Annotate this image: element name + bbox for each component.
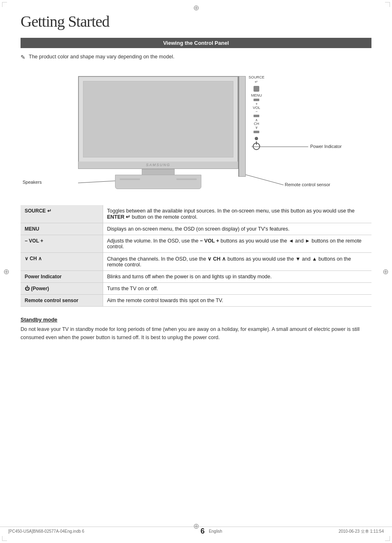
feature-name-2: − VOL + <box>21 235 103 253</box>
feature-desc-3: Changes the channels. In the OSD, use th… <box>103 253 371 271</box>
svg-line-1 <box>246 175 284 185</box>
samsung-logo: SAMSUNG <box>146 163 171 167</box>
diagram-area: SAMSUNG SOURCE↵ MENU +VOL− ∧CH∨ <box>21 68 371 195</box>
note-text: The product color and shape may vary dep… <box>29 54 174 60</box>
ctrl-vol-label: +VOL− <box>253 102 260 113</box>
page-number: 6 <box>201 527 205 536</box>
table-row: − VOL + Adjusts the volume. In the OSD, … <box>21 235 371 253</box>
feature-name-0: SOURCE ↵ <box>21 205 103 223</box>
standby-text: Do not leave your TV in standby mode for… <box>21 325 371 342</box>
power-indicator-label: Power Indicator <box>310 144 341 149</box>
ctrl-power-dot <box>255 137 258 140</box>
tv-bezel-bottom: SAMSUNG <box>78 162 238 169</box>
page-title: Getting Started <box>21 12 371 30</box>
table-row: Power Indicator Blinks and turns off whe… <box>21 271 371 283</box>
feature-desc-6: Aim the remote control towards this spot… <box>103 295 371 307</box>
language-label: English <box>209 529 222 534</box>
ctrl-menu-label: MENU <box>251 93 262 97</box>
feature-table: SOURCE ↵ Toggles between all the availab… <box>21 205 371 307</box>
section-header: Viewing the Control Panel <box>21 38 371 48</box>
svg-line-2 <box>78 181 115 183</box>
page-num-area: 6 English <box>201 527 222 536</box>
feature-desc-1: Displays an on-screen menu, the OSD (on … <box>103 223 371 235</box>
ctrl-vol-btn <box>254 115 259 117</box>
feature-name-1: MENU <box>21 223 103 235</box>
note-icon: ✎ <box>21 54 25 60</box>
ctrl-ch-btn <box>254 131 259 133</box>
table-row: SOURCE ↵ Toggles between all the availab… <box>21 205 371 223</box>
feature-name-5: ⏻ (Power) <box>21 283 103 295</box>
ctrl-ch-label: ∧CH∨ <box>254 118 259 129</box>
feature-name-4: Power Indicator <box>21 271 103 283</box>
tv-screen-outer <box>78 76 238 162</box>
footer-left: [PC450-USA]BN68-02577A-04Eng.indb 6 <box>8 529 84 534</box>
feature-desc-0: Toggles between all the available input … <box>103 205 371 223</box>
ctrl-menu-btn <box>254 99 259 101</box>
feature-name-3: ∨ CH ∧ <box>21 253 103 271</box>
control-buttons-column: SOURCE↵ MENU +VOL− ∧CH∨ <box>249 75 265 150</box>
standby-title: Standby mode <box>21 317 371 323</box>
feature-desc-4: Blinks and turns off when the power is o… <box>103 271 371 283</box>
page-footer: [PC450-USA]BN68-02577A-04Eng.indb 6 6 En… <box>0 527 392 536</box>
table-row: ⏻ (Power) Turns the TV on or off. <box>21 283 371 295</box>
feature-desc-2: Adjusts the volume. In the OSD, use the … <box>103 235 371 253</box>
ctrl-source-label: SOURCE↵ <box>249 75 265 84</box>
remote-sensor-label: Remote control sensor <box>285 182 330 187</box>
control-panel-strip <box>238 76 246 177</box>
speakers-label: Speakers <box>23 180 42 185</box>
table-row: MENU Displays an on-screen menu, the OSD… <box>21 223 371 235</box>
footer-right: 2010-06-23 오후 1:11:54 <box>339 529 384 534</box>
tv-stand-base <box>115 175 201 189</box>
tv-screen-inner <box>83 81 233 157</box>
ctrl-source-btn <box>254 86 259 92</box>
ctrl-power-btn <box>253 143 260 150</box>
feature-desc-5: Turns the TV on or off. <box>103 283 371 295</box>
feature-name-6: Remote control sensor <box>21 295 103 307</box>
table-row: Remote control sensor Aim the remote con… <box>21 295 371 307</box>
table-row: ∨ CH ∧ Changes the channels. In the OSD,… <box>21 253 371 271</box>
note-line: ✎ The product color and shape may vary d… <box>21 54 371 60</box>
